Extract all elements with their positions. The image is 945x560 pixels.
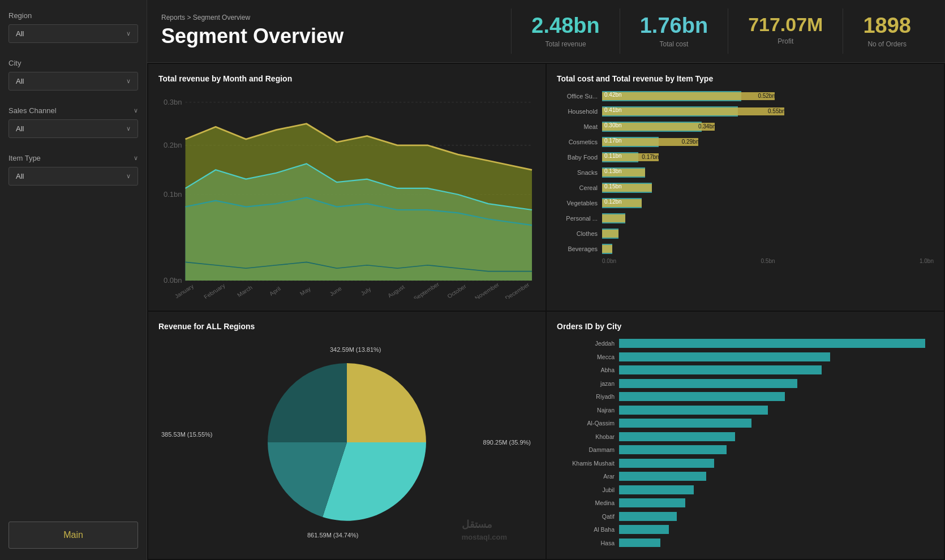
orders-bar-fill — [619, 485, 694, 494]
filter-group-sales_channel: Sales Channel ∨ All ∨ — [8, 106, 138, 138]
bar-chart-row: Office Su... 0.42bn 0.52bn — [557, 90, 934, 102]
bar-track: 0.12bn — [602, 198, 934, 208]
chevron-icon-region: ∨ — [126, 30, 131, 37]
orders-city-label: Medina — [557, 499, 619, 506]
kpi-value-1: 1.76bn — [640, 14, 708, 38]
svg-text:December: December — [504, 281, 531, 299]
kpi-label-0: Total revenue — [531, 40, 599, 48]
bar-cost-text: 0.15bn — [604, 183, 622, 189]
kpi-card-0: 2.48bn Total revenue — [511, 8, 619, 54]
bar-chart-row: Cereal 0.15bn — [557, 182, 934, 194]
kpi-label-2: Profit — [748, 37, 823, 45]
orders-chart-title: Orders ID by City — [557, 322, 934, 331]
breadcrumb: Reports > Segment Overview — [161, 14, 511, 21]
svg-text:June: June — [328, 285, 343, 297]
orders-bar-fill — [619, 379, 797, 388]
bar-label: Personal ... — [557, 215, 602, 222]
pie-chart-title: Revenue for ALL Regions — [158, 322, 535, 331]
bar-rev-text: 0.29bn — [682, 139, 699, 145]
orders-bar-fill — [619, 339, 925, 348]
bar-track: 0.11bn 0.17bn — [602, 152, 934, 162]
bar-chart-row: Baby Food 0.11bn 0.17bn — [557, 151, 934, 163]
orders-city-label: Mecca — [557, 354, 619, 360]
bar-chart-row: Vegetables 0.12bn — [557, 197, 934, 209]
main-content: Reports > Segment Overview Segment Overv… — [147, 0, 945, 560]
bar-track — [602, 244, 934, 254]
orders-bar-track: 28 — [619, 539, 934, 547]
orders-row: Hasa 28 — [557, 537, 934, 547]
orders-bar-fill — [619, 512, 677, 521]
orders-bar-track: 74 — [619, 459, 934, 468]
orders-row: Al-Qassim — [557, 417, 934, 429]
bar-chart-panel: Total cost and Total revenue by Item Typ… — [547, 64, 944, 311]
bar-label: Snacks — [557, 169, 602, 176]
bar-cost-text: 0.42bn — [604, 92, 622, 98]
filter-select-sales_channel[interactable]: All ∨ — [8, 119, 138, 138]
orders-city-label: Khobar — [557, 433, 619, 440]
orders-city-label: Jubil — [557, 486, 619, 493]
svg-text:October: October — [446, 283, 467, 299]
orders-bar-track: 215 — [619, 379, 934, 388]
orders-bar-fill — [619, 432, 735, 441]
orders-bar-track — [619, 365, 934, 374]
orders-bar-fill — [619, 539, 660, 547]
title-area: Reports > Segment Overview Segment Overv… — [161, 14, 511, 48]
orders-bar-fill — [619, 352, 830, 361]
bar-track: 0.42bn 0.52bn — [602, 91, 934, 101]
orders-bar-fill — [619, 419, 751, 428]
filter-label-city: City — [8, 59, 138, 67]
orders-city-label: Arar — [557, 473, 619, 480]
pie-chart-panel: Revenue for ALL Regions 342.59M (13.81%)… — [148, 312, 545, 559]
bar-rev-text: 0.17bn — [642, 154, 659, 160]
svg-text:February: February — [203, 282, 226, 299]
orders-city-label: Abha — [557, 367, 619, 373]
orders-chart-panel: Orders ID by City Jeddah Mecca 255 Abha … — [547, 312, 944, 559]
bar-chart-row: Beverages — [557, 243, 934, 255]
orders-bar-track — [619, 419, 934, 428]
svg-text:March: March — [236, 285, 254, 298]
orders-bar-fill — [619, 472, 706, 481]
orders-city-label: jazan — [557, 380, 619, 387]
filter-label-sales_channel: Sales Channel ∨ — [8, 106, 138, 115]
filter-select-item_type[interactable]: All ∨ — [8, 167, 138, 186]
orders-city-label: Riyadh — [557, 393, 619, 400]
filter-select-region[interactable]: All ∨ — [8, 24, 138, 43]
bar-chart-row: Clothes — [557, 227, 934, 240]
svg-text:0.1bn: 0.1bn — [164, 191, 182, 198]
bar-label: Cereal — [557, 184, 602, 191]
bar-chart-row: Personal ... — [557, 212, 934, 225]
svg-text:July: July — [359, 286, 372, 296]
bar-track: 0.30bn 0.34bn — [602, 122, 934, 132]
orders-chart-container: Jeddah Mecca 255 Abha jazan 215 Riyadh N… — [557, 338, 934, 547]
orders-row: Abha — [557, 364, 934, 376]
orders-bar-track — [619, 392, 934, 401]
breadcrumb-parent: Reports — [161, 14, 185, 21]
bar-cost-text: 0.41bn — [604, 107, 622, 113]
orders-bar-fill — [619, 498, 685, 507]
watermark: مستقلmostaql.com — [462, 518, 507, 542]
orders-bar-track: 98 — [619, 432, 934, 441]
orders-city-label: Jeddah — [557, 340, 619, 347]
main-button[interactable]: Main — [8, 522, 138, 549]
bar-chart-container[interactable]: Office Su... 0.42bn 0.52bn Household 0.4… — [557, 90, 934, 299]
bar-cost-text: 0.11bn — [604, 153, 622, 159]
orders-row: Khobar 98 — [557, 431, 934, 442]
filter-group-region: Region All ∨ — [8, 11, 138, 43]
sidebar: Region All ∨ City All ∨ Sales Channel ∨ … — [0, 0, 147, 560]
svg-text:May: May — [299, 286, 312, 297]
bar-chart-row: Meat 0.30bn 0.34bn — [557, 120, 934, 133]
orders-city-label: Qatif — [557, 513, 619, 520]
bar-cost-text: 0.13bn — [604, 168, 622, 174]
bar-label: Cosmetics — [557, 139, 602, 145]
orders-bar-track: 62 — [619, 485, 934, 494]
orders-row: Najran — [557, 404, 934, 416]
orders-city-label: Al Baha — [557, 526, 619, 533]
kpi-area: 2.48bn Total revenue 1.76bn Total cost 7… — [511, 8, 931, 54]
svg-text:0.3bn: 0.3bn — [164, 98, 182, 106]
bar-axis: 0.0bn0.5bn1.0bn — [557, 258, 934, 264]
svg-text:0.0bn: 0.0bn — [164, 277, 182, 285]
filter-select-city[interactable]: All ∨ — [8, 72, 138, 91]
bar-chart-row: Snacks 0.13bn — [557, 166, 934, 179]
svg-text:0.2bn: 0.2bn — [164, 141, 182, 149]
filter-group-city: City All ∨ — [8, 59, 138, 91]
